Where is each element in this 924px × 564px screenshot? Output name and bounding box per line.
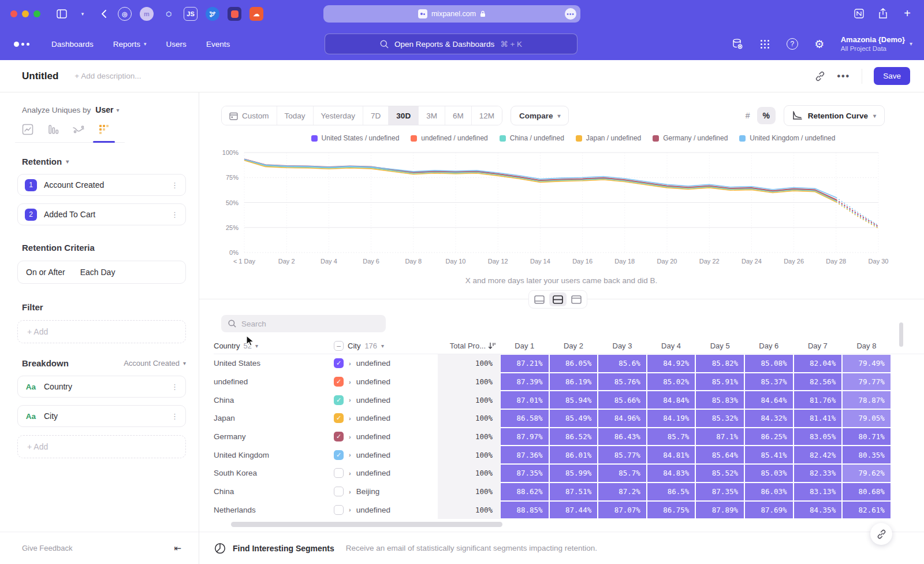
horizontal-scrollbar[interactable]: [231, 522, 502, 527]
retention-cell[interactable]: 86.01%: [549, 446, 598, 464]
extension-js-icon[interactable]: JS: [184, 7, 198, 21]
extension-raycast-icon[interactable]: [228, 7, 241, 21]
criteria-card[interactable]: On or After Each Day: [17, 261, 186, 284]
retention-cell[interactable]: 88.85%: [500, 501, 549, 520]
retention-cell[interactable]: 80.71%: [842, 428, 891, 446]
retention-cell[interactable]: 87.69%: [744, 501, 793, 520]
retention-cell[interactable]: 80.35%: [842, 446, 891, 464]
retention-cell[interactable]: 82.42%: [793, 446, 843, 464]
back-button[interactable]: [97, 8, 110, 20]
retention-cell[interactable]: 81.76%: [793, 391, 843, 409]
save-button[interactable]: Save: [874, 67, 910, 85]
retention-cell[interactable]: 82.61%: [842, 501, 891, 520]
retention-cell[interactable]: 86.75%: [647, 501, 696, 520]
vertical-scrollbar[interactable]: [899, 322, 903, 347]
retention-cell[interactable]: 85.66%: [598, 391, 647, 409]
tab-retention[interactable]: [91, 124, 117, 142]
retention-cell[interactable]: 85.82%: [695, 354, 744, 373]
more-actions-button[interactable]: •••: [837, 71, 850, 81]
retention-cell[interactable]: 85.37%: [744, 373, 793, 391]
table-search-input[interactable]: Search: [221, 315, 386, 332]
date-range-30d[interactable]: 30D: [389, 106, 419, 125]
retention-cell[interactable]: 87.07%: [598, 501, 647, 520]
retention-step-2[interactable]: 2Added To Cart⋮: [17, 203, 186, 225]
row-checkbox[interactable]: ✓: [334, 358, 344, 368]
legend-item[interactable]: China / undefined: [500, 134, 564, 142]
expand-chevron-icon[interactable]: ›: [349, 488, 351, 495]
retention-cell[interactable]: 79.05%: [842, 409, 891, 428]
date-range-6m[interactable]: 6M: [445, 106, 472, 125]
window-controls[interactable]: [10, 10, 40, 17]
give-feedback-link[interactable]: Give Feedback: [22, 544, 174, 552]
retention-cell[interactable]: 85.99%: [549, 464, 598, 483]
breakdown-item-country[interactable]: AaCountry⋮: [17, 376, 186, 398]
retention-cell[interactable]: 86.58%: [500, 409, 549, 428]
tab-flows[interactable]: [66, 124, 91, 142]
total-column-header[interactable]: Total Pro...: [438, 342, 500, 350]
row-checkbox[interactable]: ✓: [334, 413, 344, 423]
kebab-menu-icon[interactable]: ⋮: [171, 412, 178, 421]
retention-cell[interactable]: 85.94%: [549, 391, 598, 409]
notion-icon[interactable]: [852, 7, 865, 20]
retention-cell[interactable]: 87.39%: [500, 373, 549, 391]
help-icon[interactable]: ?: [787, 38, 798, 50]
add-breakdown-button[interactable]: + Add: [17, 435, 186, 458]
retention-cell[interactable]: 86.5%: [647, 483, 696, 501]
mixpanel-logo[interactable]: [14, 42, 29, 47]
kebab-menu-icon[interactable]: ⋮: [171, 210, 178, 219]
retention-cell[interactable]: 87.21%: [500, 354, 549, 373]
retention-cell[interactable]: 84.92%: [647, 354, 696, 373]
country-cell[interactable]: undefined: [214, 373, 334, 391]
expand-chevron-icon[interactable]: ›: [349, 470, 351, 477]
retention-cell[interactable]: 86.19%: [549, 373, 598, 391]
extension-target-icon[interactable]: ◎: [118, 7, 132, 21]
day-column-header[interactable]: Day 3: [598, 342, 647, 350]
country-cell[interactable]: Netherlands: [214, 501, 334, 520]
retention-cell[interactable]: 85.7%: [647, 428, 696, 446]
retention-cell[interactable]: 85.03%: [744, 464, 793, 483]
retention-cell[interactable]: 79.62%: [842, 464, 891, 483]
retention-cell[interactable]: 83.13%: [793, 483, 843, 501]
country-cell[interactable]: Germany: [214, 428, 334, 446]
global-search[interactable]: Open Reports & Dashboards ⌘ + K: [325, 34, 578, 54]
expand-chevron-icon[interactable]: ›: [349, 396, 351, 403]
chart-type-button[interactable]: Retention Curve ▾: [784, 105, 885, 126]
retention-cell[interactable]: 84.84%: [647, 391, 696, 409]
day-column-header[interactable]: Day 1: [500, 342, 549, 350]
day-column-header[interactable]: Day 6: [744, 342, 793, 350]
retention-cell[interactable]: 84.19%: [647, 409, 696, 428]
retention-cell[interactable]: 84.81%: [647, 446, 696, 464]
kebab-menu-icon[interactable]: ⋮: [171, 181, 178, 190]
retention-cell[interactable]: 79.49%: [842, 354, 891, 373]
day-column-header[interactable]: Day 5: [695, 342, 744, 350]
criteria-each-day[interactable]: Each Day: [80, 268, 116, 277]
retention-cell[interactable]: 84.96%: [598, 409, 647, 428]
retention-cell[interactable]: 85.08%: [744, 354, 793, 373]
date-range-3m[interactable]: 3M: [419, 106, 445, 125]
retention-step-1[interactable]: 1Account Created⋮: [17, 174, 186, 196]
country-column-header[interactable]: Country 52 ▾: [214, 342, 334, 350]
address-more-button[interactable]: •••: [565, 8, 576, 20]
settings-gear-icon[interactable]: ⚙: [813, 38, 826, 50]
report-title[interactable]: Untitled: [22, 70, 58, 82]
retention-cell[interactable]: 85.77%: [598, 446, 647, 464]
layout-split-button[interactable]: [549, 292, 567, 306]
kebab-menu-icon[interactable]: ⋮: [171, 383, 178, 391]
retention-cell[interactable]: 86.25%: [744, 428, 793, 446]
retention-cell[interactable]: 85.64%: [695, 446, 744, 464]
retention-cell[interactable]: 87.51%: [549, 483, 598, 501]
retention-cell[interactable]: 85.49%: [549, 409, 598, 428]
retention-cell[interactable]: 86.05%: [549, 354, 598, 373]
row-checkbox[interactable]: ✓: [334, 395, 344, 405]
retention-cell[interactable]: 85.41%: [744, 446, 793, 464]
retention-cell[interactable]: 85.7%: [598, 464, 647, 483]
apps-grid-icon[interactable]: [759, 38, 772, 50]
retention-cell[interactable]: 87.97%: [500, 428, 549, 446]
sidebar-toggle-icon[interactable]: [55, 8, 68, 20]
retention-cell[interactable]: 85.52%: [695, 464, 744, 483]
tab-insights[interactable]: [15, 124, 40, 142]
retention-cell[interactable]: 85.6%: [598, 354, 647, 373]
nav-item-events[interactable]: Events: [206, 40, 230, 49]
unit-percent-button[interactable]: %: [757, 107, 776, 124]
project-switcher[interactable]: Amazonia {Demo} All Project Data ▾: [841, 35, 912, 53]
